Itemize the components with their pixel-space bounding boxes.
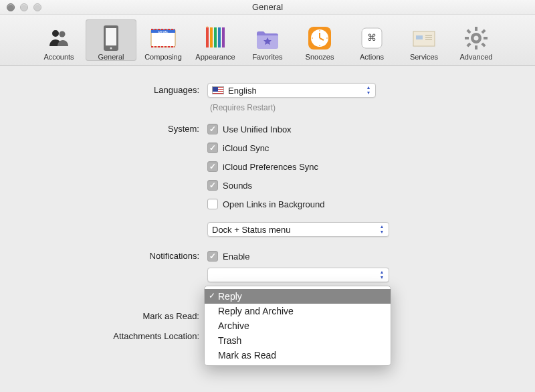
advanced-icon	[463, 25, 490, 52]
check-label: iCloud Preferences Sync	[223, 162, 318, 172]
tab-snoozes[interactable]: Snoozes	[294, 19, 345, 61]
tab-label: General	[98, 53, 124, 61]
tab-label: Appearance	[195, 53, 235, 61]
tab-composing[interactable]: AIR MAIL Composing	[138, 19, 189, 61]
notification-action-dropdown[interactable]: Reply Reply and Archive Archive Trash Ma…	[204, 286, 391, 366]
stepper-icon	[377, 224, 387, 235]
checkbox-icon	[207, 180, 218, 191]
tab-general[interactable]: General	[86, 19, 136, 61]
svg-rect-30	[475, 27, 477, 31]
check-open-links-background[interactable]: Open Links in Background	[207, 197, 408, 211]
check-label: iCloud Sync	[223, 143, 269, 153]
checkbox-icon	[207, 251, 218, 262]
svg-point-1	[60, 31, 66, 37]
dropdown-option-archive[interactable]: Archive	[205, 318, 391, 333]
svg-text:⌘: ⌘	[367, 32, 377, 43]
close-window-dot[interactable]	[7, 3, 15, 11]
favorites-icon	[254, 25, 281, 52]
checkbox-icon	[207, 161, 218, 172]
languages-value: English	[228, 86, 257, 96]
system-label: System:	[0, 122, 207, 134]
svg-rect-25	[416, 35, 423, 39]
svg-rect-10	[210, 27, 213, 47]
zoom-window-dot[interactable]	[33, 3, 41, 11]
svg-rect-12	[218, 27, 221, 47]
checkbox-icon	[207, 199, 218, 209]
svg-rect-34	[466, 29, 471, 33]
dropdown-option-reply-archive[interactable]: Reply and Archive	[205, 304, 391, 318]
tab-services[interactable]: Services	[399, 19, 449, 61]
dropdown-option-trash[interactable]: Trash	[205, 333, 391, 348]
svg-rect-3	[106, 28, 116, 45]
svg-point-38	[474, 36, 479, 41]
svg-rect-37	[466, 42, 471, 47]
general-icon	[98, 25, 124, 52]
appearance-icon	[202, 25, 229, 52]
check-label: Enable	[223, 252, 249, 262]
svg-text:AIR MAIL: AIR MAIL	[158, 31, 169, 33]
svg-marker-9	[206, 26, 209, 27]
check-label: Open Links in Background	[223, 199, 324, 209]
check-label: Sounds	[223, 181, 252, 191]
window-title: General	[252, 2, 283, 12]
dock-status-select[interactable]: Dock + Status menu	[207, 222, 389, 237]
svg-rect-32	[465, 37, 469, 39]
accounts-icon	[45, 25, 72, 52]
check-icloud-sync[interactable]: iCloud Sync	[207, 140, 408, 155]
tab-label: Advanced	[460, 53, 493, 61]
tab-favorites[interactable]: Favorites	[242, 19, 293, 61]
languages-hint: (Requires Restart)	[207, 103, 408, 112]
tab-label: Favorites	[252, 53, 282, 61]
tab-actions[interactable]: ⌘ Actions	[346, 19, 397, 61]
check-sounds[interactable]: Sounds	[207, 178, 408, 193]
svg-point-4	[110, 47, 112, 50]
svg-point-0	[52, 30, 59, 37]
check-unified-inbox[interactable]: Use Unified Inbox	[207, 122, 408, 136]
checkbox-icon	[207, 124, 218, 134]
actions-icon: ⌘	[358, 25, 385, 52]
us-flag-icon	[212, 86, 224, 94]
check-label: Use Unified Inbox	[223, 124, 292, 134]
notification-action-select[interactable]	[207, 268, 389, 282]
svg-rect-8	[206, 27, 209, 47]
attachments-location-label: Attachments Location:	[0, 329, 207, 341]
preferences-toolbar: Accounts General AIR MAIL Composing Appe…	[0, 15, 535, 66]
tab-label: Snoozes	[306, 53, 334, 61]
dock-status-value: Dock + Status menu	[212, 225, 290, 235]
tab-label: Accounts	[43, 53, 74, 61]
window-controls	[7, 3, 41, 11]
tab-appearance[interactable]: Appearance	[190, 19, 241, 61]
tab-advanced[interactable]: Advanced	[451, 19, 502, 61]
tab-label: Actions	[360, 53, 384, 61]
svg-rect-36	[481, 29, 486, 33]
svg-rect-35	[481, 42, 486, 47]
snoozes-icon	[306, 25, 333, 52]
services-icon	[411, 25, 437, 52]
dropdown-option-mark-read[interactable]: Mark as Read	[205, 348, 391, 363]
minimize-window-dot[interactable]	[20, 3, 28, 11]
composing-icon: AIR MAIL	[150, 25, 177, 52]
tab-label: Services	[410, 53, 438, 61]
stepper-icon	[363, 85, 374, 96]
title-bar: General	[0, 0, 535, 15]
dropdown-option-reply[interactable]: Reply	[205, 289, 391, 304]
check-notifications-enable[interactable]: Enable	[207, 249, 408, 264]
svg-rect-33	[484, 37, 488, 39]
svg-rect-31	[475, 45, 477, 50]
languages-select[interactable]: English	[207, 83, 376, 98]
checkbox-icon	[207, 142, 218, 153]
tab-label: Composing	[144, 53, 182, 61]
svg-rect-13	[222, 27, 225, 47]
languages-label: Languages:	[0, 83, 207, 95]
mark-as-read-label: Mark as Read:	[0, 309, 207, 321]
notifications-label: Notifications:	[0, 249, 207, 261]
check-icloud-prefs-sync[interactable]: iCloud Preferences Sync	[207, 159, 408, 174]
svg-rect-11	[214, 27, 217, 47]
tab-accounts[interactable]: Accounts	[33, 19, 84, 61]
stepper-icon	[377, 270, 387, 280]
